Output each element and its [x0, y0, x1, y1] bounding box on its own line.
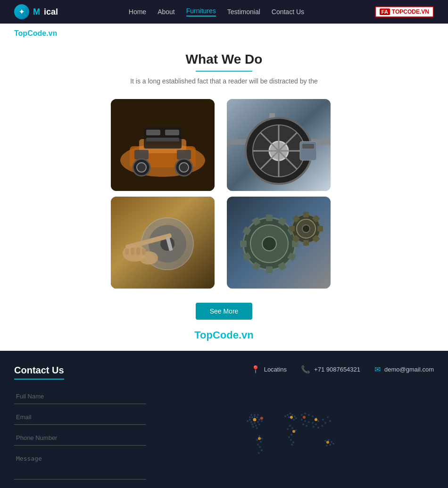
svg-rect-36	[125, 248, 129, 255]
svg-point-43	[262, 237, 276, 251]
nav-links: Home About Furnitures Testimonial Contac…	[129, 7, 304, 17]
svg-point-128	[321, 425, 323, 427]
contact-email: ✉ demo@gmail.com	[374, 365, 434, 374]
nav-link-testimonial[interactable]: Testimonial	[227, 8, 260, 16]
svg-point-95	[256, 439, 258, 441]
svg-point-120	[317, 420, 319, 422]
svg-point-69	[251, 416, 253, 418]
nav-link-home[interactable]: Home	[129, 8, 146, 16]
contact-location: 📍 Locatins	[251, 365, 287, 374]
nav-logo: ✦ Mical	[14, 4, 58, 19]
svg-point-127	[324, 422, 326, 424]
topcode-badge: FA TOPCODE.VN	[375, 6, 434, 17]
svg-point-113	[287, 428, 289, 430]
svg-point-118	[312, 415, 314, 417]
nav-link-contact[interactable]: Contact Us	[272, 8, 304, 16]
svg-point-85	[254, 414, 256, 416]
image-gears	[227, 197, 331, 289]
svg-point-111	[292, 441, 294, 443]
image-brake	[111, 197, 215, 289]
wheel-svg	[227, 99, 331, 191]
svg-point-7	[137, 163, 146, 172]
title-underline	[196, 71, 252, 72]
svg-rect-50	[266, 266, 273, 273]
svg-point-84	[256, 427, 258, 429]
email-input[interactable]	[14, 410, 146, 425]
footer: Contact Us 📍 Locatins 📞 +71 9087654321 ✉…	[0, 351, 448, 488]
phone-input[interactable]	[14, 430, 146, 446]
svg-point-71	[256, 416, 258, 418]
svg-rect-39	[142, 248, 146, 255]
svg-point-122	[312, 422, 314, 424]
svg-point-87	[250, 414, 252, 416]
logo-letter: M	[33, 7, 40, 17]
svg-rect-5	[177, 150, 191, 159]
contact-header-row: Contact Us 📍 Locatins 📞 +71 9087654321 ✉…	[14, 365, 434, 380]
email-label: demo@gmail.com	[384, 366, 434, 373]
svg-point-135	[324, 440, 326, 442]
svg-point-129	[317, 427, 319, 429]
svg-point-78	[249, 416, 251, 418]
svg-point-89	[261, 438, 263, 439]
svg-point-9	[179, 163, 189, 172]
brand-watermark: TopCode.vn	[0, 24, 448, 38]
svg-point-96	[287, 414, 289, 416]
svg-rect-59	[303, 212, 309, 217]
svg-point-132	[302, 423, 304, 425]
svg-point-125	[301, 419, 303, 421]
svg-point-94	[258, 452, 260, 454]
svg-rect-61	[317, 226, 323, 232]
message-textarea[interactable]	[14, 451, 146, 480]
svg-point-133	[327, 416, 329, 418]
image-grid	[111, 99, 337, 289]
svg-point-146	[292, 430, 295, 433]
navbar: ✦ Mical Home About Furnitures Testimonia…	[0, 0, 448, 24]
svg-point-144	[258, 437, 261, 440]
location-icon: 📍	[251, 365, 260, 374]
svg-point-73	[257, 421, 259, 423]
contact-form: SEND	[14, 389, 146, 488]
logo-icon: ✦	[14, 4, 29, 19]
svg-point-102	[293, 419, 295, 421]
svg-point-99	[294, 415, 296, 417]
svg-point-106	[291, 427, 293, 429]
svg-point-117	[308, 414, 310, 416]
svg-point-131	[306, 425, 307, 427]
svg-point-137	[331, 441, 332, 443]
email-icon: ✉	[374, 365, 381, 374]
svg-point-83	[252, 426, 254, 428]
nav-link-about[interactable]: About	[158, 8, 175, 16]
svg-point-148	[260, 417, 263, 420]
badge-icon: FA	[380, 8, 390, 15]
svg-rect-38	[136, 248, 140, 255]
svg-rect-11	[146, 130, 160, 135]
see-more-button[interactable]: See More	[196, 303, 253, 320]
svg-point-141	[253, 418, 257, 422]
image-car-engine	[111, 99, 215, 191]
svg-rect-26	[302, 144, 314, 149]
svg-point-72	[258, 419, 260, 421]
svg-point-74	[254, 422, 256, 424]
location-label: Locatins	[264, 366, 287, 373]
svg-point-104	[295, 417, 297, 419]
svg-point-139	[326, 445, 328, 447]
what-we-do-section: What We Do It is a long established fact…	[0, 38, 448, 329]
full-name-input[interactable]	[14, 389, 146, 404]
svg-point-93	[261, 449, 263, 451]
nav-link-furnitures[interactable]: Furnitures	[186, 7, 216, 17]
svg-point-79	[247, 420, 249, 422]
brake-svg	[111, 197, 215, 289]
logo-name-text: ical	[44, 7, 58, 17]
svg-point-121	[315, 423, 317, 425]
svg-point-100	[288, 416, 290, 418]
svg-point-123	[308, 421, 310, 423]
svg-point-77	[255, 425, 257, 427]
contact-info-items: 📍 Locatins 📞 +71 9087654321 ✉ demo@gmail…	[251, 365, 434, 374]
svg-rect-53	[240, 240, 247, 247]
svg-point-142	[290, 416, 293, 419]
svg-point-58	[302, 225, 310, 232]
world-map-section	[156, 389, 434, 488]
svg-point-35	[139, 251, 158, 265]
badge-text: TOPCODE.VN	[392, 8, 429, 15]
svg-point-81	[261, 420, 263, 422]
